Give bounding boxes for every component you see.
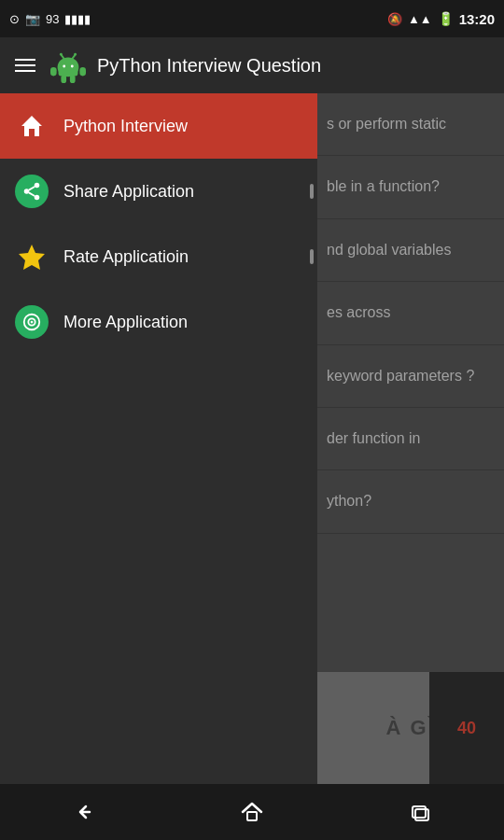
drawer-item-python-interview[interactable]: Python Interview — [0, 93, 317, 159]
app-bar: PyThon Interview Question — [0, 37, 504, 93]
status-bar: ⊙ 📷 93 ▮▮▮▮ 🔕 ▲▲ 🔋 13:20 — [0, 0, 504, 37]
app-title: PyThon Interview Question — [97, 55, 321, 77]
svg-rect-1 — [59, 67, 78, 77]
drawer-item-rate-application[interactable]: Rate Applicatioin — [0, 224, 317, 289]
share-icon — [15, 175, 49, 208]
svg-point-6 — [60, 53, 63, 56]
svg-point-3 — [71, 65, 74, 68]
svg-point-14 — [24, 189, 30, 194]
drawer-scrollbar-1 — [310, 184, 314, 199]
svg-line-16 — [29, 192, 35, 196]
drawer-label-more-application: More Application — [63, 313, 302, 332]
drawer-scrollbar-2 — [310, 249, 314, 264]
svg-rect-8 — [50, 67, 57, 77]
bottom-nav — [0, 784, 504, 840]
svg-point-21 — [31, 321, 34, 324]
svg-point-2 — [63, 65, 65, 68]
more-apps-icon — [15, 305, 49, 339]
svg-point-7 — [74, 53, 77, 56]
home-icon — [15, 109, 49, 143]
recents-button[interactable] — [383, 789, 457, 835]
volume-icon: 🔕 — [387, 12, 402, 26]
svg-line-17 — [29, 187, 35, 190]
signal-icon: ▲▲ — [408, 12, 432, 26]
svg-marker-18 — [19, 245, 45, 270]
hamburger-line-3 — [15, 70, 35, 72]
drawer-label-python-interview: Python Interview — [63, 117, 302, 136]
battery-icon: 🔋 — [438, 11, 454, 26]
hamburger-button[interactable] — [11, 55, 39, 76]
star-icon — [15, 240, 49, 273]
status-icon-93: 93 — [46, 12, 59, 26]
svg-point-13 — [35, 183, 40, 189]
svg-point-15 — [35, 195, 40, 201]
status-icon-32: ⊙ — [9, 12, 20, 26]
back-button[interactable] — [47, 789, 121, 835]
hamburger-line-2 — [15, 64, 35, 66]
home-button[interactable] — [215, 789, 289, 835]
nav-drawer: Python Interview Share Application — [0, 93, 317, 784]
svg-rect-22 — [247, 812, 257, 820]
time-display: 13:20 — [459, 11, 495, 27]
hamburger-line-1 — [15, 59, 35, 61]
svg-marker-12 — [21, 116, 42, 136]
main-content-area: s or perform static ble in a function? n… — [0, 93, 504, 784]
svg-rect-9 — [79, 67, 86, 77]
drawer-label-rate-application: Rate Applicatioin — [63, 247, 302, 267]
status-bar-left: ⊙ 📷 93 ▮▮▮▮ — [9, 12, 91, 26]
svg-rect-11 — [70, 75, 76, 83]
status-bar-right: 🔕 ▲▲ 🔋 13:20 — [387, 11, 495, 27]
svg-rect-10 — [61, 75, 66, 83]
android-logo-icon — [50, 48, 86, 83]
drawer-item-more-application[interactable]: More Application — [0, 289, 317, 355]
status-icon-signal: ▮▮▮▮ — [64, 12, 91, 26]
drawer-label-share-application: Share Application — [63, 182, 302, 202]
drawer-item-share-application[interactable]: Share Application — [0, 159, 317, 224]
status-icon-camera: 📷 — [25, 12, 40, 26]
